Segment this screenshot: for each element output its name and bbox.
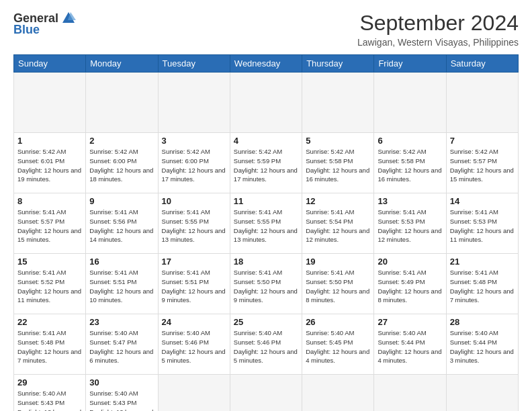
sunrise-label: Sunrise: 5:40 AM [234, 329, 282, 336]
daylight-label: Daylight: 12 hours and 9 minutes. [162, 287, 226, 304]
calendar-table: Sunday Monday Tuesday Wednesday Thursday… [13, 54, 519, 411]
sunset-label: Sunset: 5:52 PM [17, 278, 64, 285]
table-row [158, 375, 230, 412]
daylight-label: Daylight: 12 hours and 5 minutes. [162, 348, 226, 365]
logo-icon [61, 11, 76, 26]
day-number: 5 [306, 136, 370, 146]
sunset-label: Sunset: 5:55 PM [234, 218, 281, 225]
sunrise-label: Sunrise: 5:41 AM [306, 208, 354, 216]
day-info: Sunrise: 5:41 AMSunset: 5:48 PMDaylight:… [17, 328, 82, 365]
sunset-label: Sunset: 5:48 PM [450, 278, 497, 285]
day-number: 8 [17, 196, 82, 206]
day-number: 23 [89, 317, 154, 327]
day-info: Sunrise: 5:40 AMSunset: 5:43 PMDaylight:… [89, 389, 154, 411]
daylight-label: Daylight: 12 hours and 12 minutes. [378, 227, 441, 244]
table-row: 19Sunrise: 5:41 AMSunset: 5:50 PMDayligh… [302, 254, 374, 314]
sunrise-label: Sunrise: 5:42 AM [378, 148, 426, 155]
sunset-label: Sunset: 5:57 PM [17, 218, 64, 225]
day-number: 13 [378, 196, 442, 206]
sunrise-label: Sunrise: 5:42 AM [450, 148, 498, 155]
day-info: Sunrise: 5:41 AMSunset: 5:55 PMDaylight:… [162, 208, 226, 244]
calendar-header-row: Sunday Monday Tuesday Wednesday Thursday… [14, 55, 519, 73]
table-row: 5Sunrise: 5:42 AMSunset: 5:58 PMDaylight… [302, 133, 374, 193]
table-row: 11Sunrise: 5:41 AMSunset: 5:55 PMDayligh… [230, 193, 302, 254]
table-row [374, 375, 446, 412]
day-number: 24 [162, 317, 226, 327]
daylight-label: Daylight: 12 hours and 12 minutes. [306, 227, 369, 244]
sunrise-label: Sunrise: 5:41 AM [306, 269, 354, 276]
sunrise-label: Sunrise: 5:40 AM [89, 329, 138, 336]
day-number: 6 [378, 136, 442, 146]
daylight-label: Daylight: 12 hours and 6 minutes. [89, 348, 153, 365]
sunrise-label: Sunrise: 5:40 AM [306, 329, 354, 336]
daylight-label: Daylight: 12 hours and 8 minutes. [378, 287, 441, 304]
day-info: Sunrise: 5:41 AMSunset: 5:57 PMDaylight:… [17, 208, 82, 244]
sunset-label: Sunset: 5:55 PM [162, 218, 209, 225]
sunrise-label: Sunrise: 5:41 AM [17, 208, 66, 216]
sunrise-label: Sunrise: 5:41 AM [378, 208, 426, 216]
day-number: 29 [17, 377, 82, 387]
day-number: 16 [89, 257, 154, 267]
week-row-0 [14, 73, 519, 133]
day-number: 1 [17, 136, 82, 146]
day-info: Sunrise: 5:40 AMSunset: 5:44 PMDaylight:… [378, 328, 442, 365]
daylight-label: Daylight: 12 hours and 13 minutes. [162, 227, 226, 244]
table-row: 2Sunrise: 5:42 AMSunset: 6:00 PMDaylight… [86, 133, 158, 193]
table-row: 28Sunrise: 5:40 AMSunset: 5:44 PMDayligh… [446, 314, 518, 375]
day-number: 10 [162, 196, 226, 206]
title-block: September 2024 Lawigan, Western Visayas,… [357, 11, 519, 48]
day-info: Sunrise: 5:40 AMSunset: 5:47 PMDaylight:… [89, 328, 154, 365]
sunrise-label: Sunrise: 5:42 AM [306, 148, 354, 155]
location: Lawigan, Western Visayas, Philippines [357, 37, 519, 48]
sunrise-label: Sunrise: 5:41 AM [89, 208, 138, 216]
table-row: 15Sunrise: 5:41 AMSunset: 5:52 PMDayligh… [14, 254, 86, 314]
table-row [230, 375, 302, 412]
table-row: 9Sunrise: 5:41 AMSunset: 5:56 PMDaylight… [86, 193, 158, 254]
table-row: 21Sunrise: 5:41 AMSunset: 5:48 PMDayligh… [446, 254, 518, 314]
day-number: 18 [234, 257, 298, 267]
day-info: Sunrise: 5:42 AMSunset: 5:59 PMDaylight:… [234, 147, 298, 184]
day-number: 20 [378, 257, 442, 267]
sunrise-label: Sunrise: 5:42 AM [17, 148, 66, 155]
sunset-label: Sunset: 5:51 PM [89, 278, 136, 285]
day-number: 25 [234, 317, 298, 327]
col-wednesday: Wednesday [230, 55, 302, 73]
sunset-label: Sunset: 5:47 PM [89, 338, 136, 346]
day-number: 22 [17, 317, 82, 327]
table-row: 12Sunrise: 5:41 AMSunset: 5:54 PMDayligh… [302, 193, 374, 254]
sunset-label: Sunset: 5:49 PM [378, 278, 425, 285]
sunset-label: Sunset: 6:00 PM [162, 157, 209, 165]
day-info: Sunrise: 5:42 AMSunset: 6:01 PMDaylight:… [17, 147, 82, 184]
table-row: 8Sunrise: 5:41 AMSunset: 5:57 PMDaylight… [14, 193, 86, 254]
week-row-2: 8Sunrise: 5:41 AMSunset: 5:57 PMDaylight… [14, 193, 519, 254]
day-info: Sunrise: 5:41 AMSunset: 5:53 PMDaylight:… [378, 208, 442, 244]
table-row: 27Sunrise: 5:40 AMSunset: 5:44 PMDayligh… [374, 314, 446, 375]
table-row: 4Sunrise: 5:42 AMSunset: 5:59 PMDaylight… [230, 133, 302, 193]
table-row: 1Sunrise: 5:42 AMSunset: 6:01 PMDaylight… [14, 133, 86, 193]
table-row: 20Sunrise: 5:41 AMSunset: 5:49 PMDayligh… [374, 254, 446, 314]
table-row: 6Sunrise: 5:42 AMSunset: 5:58 PMDaylight… [374, 133, 446, 193]
logo: General Blue [13, 11, 76, 37]
daylight-label: Daylight: 12 hours and 5 minutes. [234, 348, 298, 365]
table-row: 26Sunrise: 5:40 AMSunset: 5:45 PMDayligh… [302, 314, 374, 375]
day-info: Sunrise: 5:41 AMSunset: 5:50 PMDaylight:… [234, 268, 298, 305]
table-row: 25Sunrise: 5:40 AMSunset: 5:46 PMDayligh… [230, 314, 302, 375]
sunset-label: Sunset: 5:51 PM [162, 278, 209, 285]
table-row [302, 73, 374, 133]
sunrise-label: Sunrise: 5:42 AM [89, 148, 138, 155]
day-info: Sunrise: 5:40 AMSunset: 5:43 PMDaylight:… [17, 389, 82, 411]
day-number: 14 [450, 196, 515, 206]
table-row: 13Sunrise: 5:41 AMSunset: 5:53 PMDayligh… [374, 193, 446, 254]
daylight-label: Daylight: 12 hours and 16 minutes. [378, 167, 441, 183]
sunrise-label: Sunrise: 5:41 AM [162, 208, 210, 216]
table-row: 29Sunrise: 5:40 AMSunset: 5:43 PMDayligh… [14, 375, 86, 412]
sunrise-label: Sunrise: 5:41 AM [162, 269, 210, 276]
sunset-label: Sunset: 5:56 PM [89, 218, 136, 225]
daylight-label: Daylight: 12 hours and 3 minutes. [17, 408, 81, 411]
daylight-label: Daylight: 12 hours and 18 minutes. [89, 167, 153, 183]
daylight-label: Daylight: 12 hours and 15 minutes. [17, 227, 81, 244]
day-number: 11 [234, 196, 298, 206]
day-info: Sunrise: 5:41 AMSunset: 5:50 PMDaylight:… [306, 268, 370, 305]
day-number: 17 [162, 257, 226, 267]
col-monday: Monday [86, 55, 158, 73]
